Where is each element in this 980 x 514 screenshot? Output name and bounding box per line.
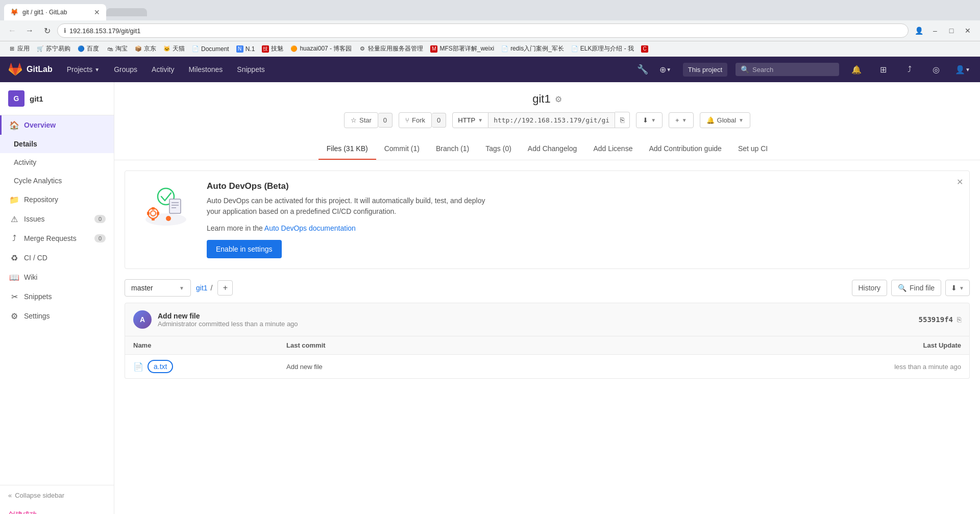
notification-button[interactable]: + ▼ — [669, 112, 694, 128]
nav-item-files[interactable]: Files (31 KB) — [318, 138, 376, 160]
history-button[interactable]: History — [852, 280, 888, 296]
search-box[interactable]: 🔍 — [736, 63, 839, 76]
repo-root-link[interactable]: git1 — [196, 284, 208, 292]
active-tab[interactable]: 🦊 git / git1 · GitLab ✕ — [4, 4, 106, 20]
http-dropdown[interactable]: HTTP ▼ — [452, 112, 488, 128]
sidebar-item-overview[interactable]: 🏠 Overview — [0, 115, 114, 135]
copy-url-button[interactable]: ⎘ — [615, 112, 630, 128]
nav-item-add-contribution[interactable]: Add Contribution guide — [641, 138, 729, 160]
sidebar-item-issues[interactable]: ⚠ Issues 0 — [0, 209, 114, 229]
nav-projects[interactable]: Projects ▼ — [61, 61, 106, 78]
bookmark-apps[interactable]: ⊞ 应用 — [5, 43, 33, 55]
bookmark-baidu[interactable]: 🔵 百度 — [75, 43, 102, 55]
bookmark-huazai[interactable]: 🟠 huazai007 - 博客园 — [287, 43, 355, 55]
file-link[interactable]: a.txt — [148, 360, 173, 373]
star-button[interactable]: ☆ Star — [344, 112, 378, 128]
nav-projects-label: Projects — [67, 65, 93, 74]
merge-requests-nav-button[interactable]: ⤴ — [900, 60, 919, 79]
sidebar-item-merge-requests[interactable]: ⤴ Merge Requests 0 — [0, 229, 114, 248]
bookmark-document[interactable]: 📄 Document — [189, 44, 232, 54]
bookmark-jd[interactable]: 📦 京东 — [132, 43, 159, 55]
tab-close-button[interactable]: ✕ — [94, 8, 100, 16]
nav-item-setup-ci[interactable]: Set up CI — [730, 138, 776, 160]
nav-item-tags[interactable]: Tags (0) — [477, 138, 520, 160]
user-avatar-icon: 👤 — [955, 65, 965, 75]
col-header-name: Name — [133, 341, 286, 349]
bookmark-elk[interactable]: 📄 ELK原理与介绍 - 我 — [568, 43, 637, 55]
sidebar-item-details[interactable]: Details — [0, 135, 114, 153]
enable-devops-button[interactable]: Enable in settings — [207, 240, 282, 258]
sidebar-toggle-button[interactable]: ⊞ — [874, 60, 892, 79]
collapse-sidebar-button[interactable]: « Collapse sidebar — [0, 485, 114, 505]
issues-nav-button[interactable]: ◎ — [927, 60, 945, 79]
nav-tags-label: Tags (0) — [485, 144, 511, 153]
nav-item-add-license[interactable]: Add License — [585, 138, 641, 160]
repo-download-button[interactable]: ⬇ ▼ — [945, 280, 970, 296]
back-button[interactable]: ← — [5, 23, 19, 38]
sidebar-item-ci-cd[interactable]: ♻ CI / CD — [0, 248, 114, 267]
devops-learn-more: Learn more in the Auto DevOps documentat… — [207, 223, 959, 234]
inactive-tab[interactable] — [106, 8, 147, 16]
add-menu-button[interactable]: ⊕ ▼ — [656, 60, 675, 79]
minimize-button[interactable]: – — [928, 23, 942, 38]
search-input[interactable] — [752, 66, 834, 74]
bell-notification-icon: + — [675, 116, 679, 124]
wrench-icon[interactable]: 🔧 — [637, 64, 648, 75]
find-file-button[interactable]: 🔍 Find file — [891, 280, 941, 296]
bookmark-tianmao[interactable]: 🐱 天猫 — [160, 43, 188, 55]
nav-activity[interactable]: Activity — [145, 61, 180, 78]
nav-item-add-changelog[interactable]: Add Changelog — [520, 138, 585, 160]
file-icon: 📄 — [133, 362, 143, 372]
reload-button[interactable]: ↻ — [40, 23, 54, 38]
download-chevron-icon: ▼ — [959, 285, 964, 291]
nav-milestones[interactable]: Milestones — [182, 61, 229, 78]
nav-groups[interactable]: Groups — [108, 61, 143, 78]
bookmark-server[interactable]: ⚙ 轻量应用服务器管理 — [356, 43, 426, 55]
download-button[interactable]: ⬇ ▼ — [636, 112, 663, 128]
nav-snippets[interactable]: Snippets — [231, 61, 271, 78]
user-chevron-icon: ▼ — [965, 67, 970, 72]
bookmark-c[interactable]: C — [638, 44, 651, 54]
bookmark-mfs[interactable]: M MFS部署详解_weixi — [427, 43, 497, 55]
close-button[interactable]: ✕ — [961, 23, 975, 38]
settings-gear-icon[interactable]: ⚙ — [555, 94, 562, 104]
sidebar-item-cycle-analytics[interactable]: Cycle Analytics — [0, 172, 114, 190]
notifications-button[interactable]: 🔔 — [847, 60, 866, 79]
suning-icon: 🛒 — [37, 45, 44, 53]
bookmark-suning[interactable]: 🛒 苏宁易购 — [34, 43, 74, 55]
global-chevron-icon: ▼ — [739, 117, 744, 123]
bookmark-taobao[interactable]: 🛍 淘宝 — [103, 43, 131, 55]
user-menu-button[interactable]: 👤 ▼ — [953, 60, 972, 79]
bookmark-jimei[interactable]: 技 技魅 — [259, 43, 286, 55]
this-project-button[interactable]: This project — [683, 63, 727, 77]
forward-button[interactable]: → — [22, 23, 37, 38]
branch-dropdown[interactable]: master ▼ — [125, 279, 191, 297]
sidebar-ci-cd-label: CI / CD — [24, 254, 47, 262]
devops-close-button[interactable]: ✕ — [957, 177, 963, 187]
devops-docs-link[interactable]: Auto DevOps documentation — [264, 224, 356, 232]
bookmark-redis[interactable]: 📄 redis入门案例_军长 — [498, 43, 567, 55]
maximize-button[interactable]: □ — [944, 23, 959, 38]
sidebar-item-snippets[interactable]: ✂ Snippets — [0, 287, 114, 306]
copy-hash-button[interactable]: ⎘ — [957, 315, 961, 324]
bookmark-mfs-label: MFS部署详解_weixi — [439, 44, 494, 53]
add-folder-button[interactable]: + — [217, 280, 233, 296]
gitlab-logo[interactable]: GitLab — [8, 62, 53, 77]
sidebar-item-repository[interactable]: 📁 Repository — [0, 190, 114, 209]
bookmark-server-label: 轻量应用服务器管理 — [368, 44, 423, 53]
commit-hash[interactable]: 553919f4 — [919, 315, 953, 324]
sidebar-item-activity[interactable]: Activity — [0, 153, 114, 172]
browser-actions: 👤 – □ ✕ — [912, 23, 975, 38]
bookmark-n1[interactable]: N N.1 — [233, 44, 258, 54]
commit-message[interactable]: Add new file — [158, 312, 913, 320]
account-button[interactable]: 👤 — [912, 23, 926, 38]
svg-rect-6 — [157, 212, 159, 215]
nav-item-branch[interactable]: Branch (1) — [428, 138, 477, 160]
global-notification-button[interactable]: 🔔 Global ▼ — [700, 112, 750, 128]
star-label: Star — [359, 116, 372, 124]
nav-item-commit[interactable]: Commit (1) — [376, 138, 428, 160]
sidebar-item-wiki[interactable]: 📖 Wiki — [0, 267, 114, 287]
url-bar[interactable]: ℹ 192.168.153.179/git/git1 — [57, 23, 909, 38]
sidebar-item-settings[interactable]: ⚙ Settings — [0, 306, 114, 326]
fork-button[interactable]: ⑂ Fork — [399, 112, 432, 128]
